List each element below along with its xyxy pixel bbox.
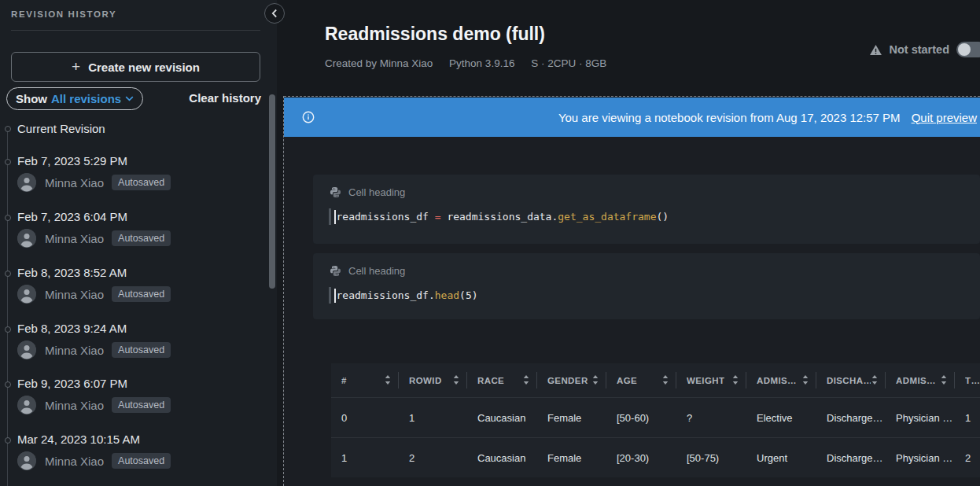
python-icon [330,186,341,198]
revision-item[interactable]: Feb 7, 2023 5:29 PM Minna Xiao Autosaved [17,154,253,192]
table-cell: 2 [399,452,467,464]
machine-spec[interactable]: S · 2CPU · 8GB [531,57,606,69]
revision-author: Minna Xiao [45,455,104,468]
avatar [17,173,36,192]
table-cell: Female [537,412,606,424]
sort-icon[interactable] [662,375,669,385]
sort-icon[interactable] [385,375,391,385]
sort-icon[interactable] [802,375,809,385]
run-toggle[interactable] [956,42,980,57]
revision-item[interactable]: Feb 9, 2023 6:07 PM Minna Xiao Autosaved [17,377,253,414]
sort-icon[interactable] [592,375,599,385]
avatar [17,396,36,414]
timeline-dot [5,326,11,333]
table-cell: 2 [955,452,980,464]
column-header[interactable]: # [331,363,399,397]
code-editor[interactable]: readmissions_df = readmissions_data.get_… [329,208,980,225]
revision-date: Mar 24, 2023 10:15 AM [17,433,253,446]
column-label: # [341,376,347,385]
text-caret [334,210,336,224]
column-header[interactable]: WEIGHT [676,363,746,397]
column-header[interactable]: ADMIS… [746,363,816,397]
revision-author: Minna Xiao [45,232,104,245]
cell-header: Cell heading [313,253,980,277]
revision-author: Minna Xiao [45,399,104,412]
show-label: Show [16,92,47,105]
revision-item[interactable]: Feb 7, 2023 6:04 PM Minna Xiao Autosaved [17,210,253,248]
collapse-panel-button[interactable] [264,3,285,24]
revision-badge: Autosaved [112,286,171,302]
revision-author: Minna Xiao [45,176,104,190]
code-token: head [435,289,459,301]
sort-icon[interactable] [871,375,878,385]
table-cell: [50-75) [676,452,746,464]
plus-icon: + [72,59,80,74]
sidebar-scrollbar-thumb[interactable] [269,94,275,289]
timeline-dot [5,215,11,221]
table-cell: Caucasian [467,452,537,464]
runtime-version[interactable]: Python 3.9.16 [449,57,514,69]
table-row[interactable]: 12CaucasianFemale[20-30)[50-75)UrgentDis… [331,437,980,477]
table-row[interactable]: 01CaucasianFemale[50-60)?ElectiveDischar… [331,397,980,437]
column-header[interactable]: GENDER [537,363,606,397]
sort-icon[interactable] [732,375,739,385]
preview-dashed-border-left [283,96,284,486]
table-cell: 1 [955,412,980,424]
column-header[interactable]: ADMIS… [886,363,955,397]
column-label: ROWID [409,376,442,385]
show-revisions-dropdown[interactable]: Show All revisions [6,87,143,110]
column-label: AGE [617,376,637,385]
code-token: ) [472,289,478,301]
revision-history-panel: REVISION HISTORY + Create new revision S… [0,0,277,486]
timeline-dot [5,381,11,388]
column-label: ADMIS… [896,376,936,385]
revision-badge: Autosaved [112,342,171,358]
column-header[interactable]: DISCHA… [816,363,886,397]
banner-message: You are viewing a notebook revision from… [558,111,901,124]
chevron-left-icon [271,9,278,18]
column-label: WEIGHT [687,376,724,385]
notebook-title: Readmissions demo (full) [325,24,545,45]
code-cell[interactable]: Cell heading readmissions_df = readmissi… [313,175,980,244]
code-cell[interactable]: Cell heading readmissions_df.head(5) [313,253,980,319]
current-revision-item[interactable]: Current Revision [17,122,105,135]
timeline-dot [5,437,11,444]
status-label: Not started [889,43,949,56]
column-header[interactable]: AGE [606,363,676,397]
code-token: () [657,211,669,223]
avatar [17,285,36,304]
notebook-meta: Created by Minna Xiao Python 3.9.16 S · … [325,57,620,69]
sort-icon[interactable] [941,375,947,385]
create-revision-label: Create new revision [88,61,200,74]
timeline-dot [5,271,11,277]
column-header[interactable]: T… [955,363,980,397]
table-cell: Urgent [746,452,816,464]
notebook-main: Readmissions demo (full) Created by Minn… [284,0,980,486]
code-token: readmissions_df [337,211,435,223]
app-window: REVISION HISTORY + Create new revision S… [0,0,980,486]
column-header[interactable]: ROWID [399,363,467,397]
sort-icon[interactable] [523,375,529,385]
cell-heading-label[interactable]: Cell heading [348,186,405,198]
revision-item[interactable]: Feb 8, 2023 9:24 AM Minna Xiao Autosaved [17,322,253,359]
code-editor[interactable]: readmissions_df.head(5) [329,287,980,304]
code-token: readmissions_df [337,289,429,301]
clear-history-button[interactable]: Clear history [189,91,261,105]
table-cell: Physician … [886,452,955,464]
table-cell: [50-60) [606,412,676,424]
revision-item[interactable]: Mar 24, 2023 10:15 AM Minna Xiao Autosav… [17,433,253,470]
dataframe-table: #ROWIDRACEGENDERAGEWEIGHTADMIS…DISCHA…AD… [331,363,980,477]
column-header[interactable]: RACE [467,363,537,397]
python-icon [330,265,341,277]
column-label: ADMIS… [757,376,797,385]
table-cell: Discharge… [816,412,886,424]
quit-preview-link[interactable]: Quit preview [912,111,977,124]
sort-icon[interactable] [453,375,459,385]
warning-icon [870,45,882,55]
cell-heading-label[interactable]: Cell heading [348,265,405,277]
revision-item[interactable]: Feb 8, 2023 8:52 AM Minna Xiao Autosaved [17,266,253,304]
create-revision-button[interactable]: + Create new revision [11,52,260,82]
timeline-dot [5,159,11,165]
code-gutter-bar [329,287,331,304]
table-cell: Elective [746,412,816,424]
